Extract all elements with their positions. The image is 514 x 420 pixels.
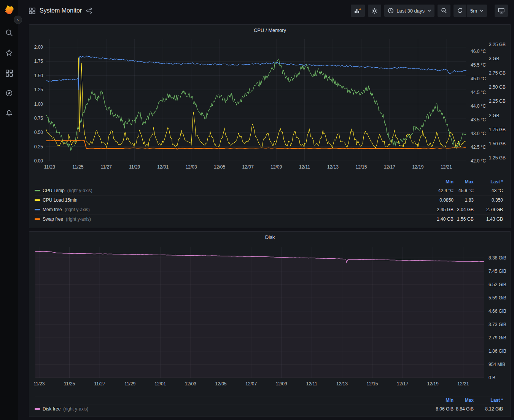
monitor-icon	[498, 8, 504, 14]
sidebar-item-alerting[interactable]	[5, 109, 13, 118]
y-axis-tick-label: 42.5 °C	[471, 145, 486, 150]
time-range-picker[interactable]: Last 30 days	[384, 5, 434, 17]
sidebar-item-explore[interactable]	[5, 89, 13, 97]
dashboard-title-group: System Monitor	[29, 7, 92, 14]
legend-row-mem-free: Mem free (right y-axis) 2.45 GB 3.04 GB …	[35, 205, 503, 214]
x-axis-tick-label: 12/03	[186, 164, 197, 170]
legend-series-toggle[interactable]: Swap free (right y-axis)	[35, 216, 431, 222]
main-area: System Monitor Last 30 days	[18, 0, 514, 420]
bell-icon	[5, 110, 13, 117]
sidebar-item-search[interactable]	[5, 29, 13, 37]
cycle-view-mode-button[interactable]	[495, 5, 508, 17]
page-title[interactable]: System Monitor	[40, 7, 82, 14]
legend-min-value: 8.06 GiB	[431, 406, 454, 412]
y-axis-tick-label: 4.66 GiB	[489, 309, 506, 314]
star-icon	[5, 49, 13, 57]
y-axis-tick-label: 1.75 GB	[489, 127, 506, 132]
chevron-down-icon	[480, 10, 484, 12]
x-axis-tick-label: 12/11	[299, 164, 310, 170]
disk-free-area	[35, 251, 484, 378]
legend-row-cpu-temp: CPU Temp (right y-axis) 42.4 °C 45.9 °C …	[35, 186, 503, 195]
y-axis-tick-label: 1.50	[34, 73, 43, 78]
legend-col-min[interactable]: Min	[431, 398, 454, 403]
legend-min-value: 1.40 GB	[431, 216, 454, 222]
series-swatch	[35, 408, 40, 410]
sidebar-item-starred[interactable]	[5, 49, 13, 57]
legend-last-value: 1.43 GB	[474, 216, 503, 222]
x-axis-tick-label: 12/13	[327, 164, 339, 170]
disk-chart[interactable]: 0 B954 MiB1.86 GiB2.79 GiB3.73 GiB4.66 G…	[29, 242, 511, 396]
share-icon[interactable]	[86, 8, 92, 14]
legend-col-min[interactable]: Min	[431, 179, 454, 185]
legend-max-value: 1.56 GB	[454, 216, 474, 222]
y-axis-tick-label: 954 MiB	[489, 362, 505, 367]
add-panel-button[interactable]	[351, 5, 365, 17]
sidebar: ›	[0, 0, 18, 420]
x-axis-tick-label: 11/27	[94, 381, 105, 387]
y-axis-tick-label: 0.25	[34, 144, 43, 150]
add-panel-icon	[354, 8, 361, 14]
x-axis-tick-label: 12/19	[427, 381, 439, 387]
y-axis-tick-label: 42.0 °C	[471, 158, 486, 164]
grafana-app: › System Monitor	[0, 0, 514, 420]
x-axis-tick-label: 11/27	[101, 164, 112, 170]
legend-row-swap-free: Swap free (right y-axis) 1.40 GB 1.56 GB…	[35, 214, 503, 224]
legend-last-value: 8.12 GiB	[474, 406, 503, 412]
x-axis-tick-label: 11/29	[129, 164, 140, 170]
y-axis-tick-label: 44.5 °C	[471, 90, 486, 95]
x-axis-tick-label: 12/09	[276, 381, 287, 387]
legend-col-last[interactable]: Last *	[474, 179, 503, 185]
panel-disk: Disk 0 B954 MiB1.86 GiB2.79 GiB3.73 GiB4…	[29, 231, 511, 417]
y-axis-tick-label: 3.73 GiB	[489, 322, 506, 327]
dashboard-settings-button[interactable]	[368, 5, 381, 17]
series-group	[35, 251, 484, 378]
legend-series-toggle[interactable]: CPU Temp (right y-axis)	[35, 188, 431, 193]
panel-title-cpu-memory[interactable]: CPU / Memory	[29, 25, 511, 35]
y-axis-tick-label: 2.79 GiB	[489, 335, 506, 340]
legend-col-max[interactable]: Max	[454, 179, 474, 185]
grafana-logo[interactable]	[3, 4, 15, 16]
legend-header-row: Min Max Last *	[35, 178, 503, 186]
x-axis-tick-label: 12/17	[384, 164, 395, 170]
refresh-icon	[457, 8, 463, 14]
x-axis-tick-label: 11/23	[33, 381, 45, 387]
x-axis-tick-label: 12/03	[185, 381, 196, 387]
legend-series-toggle[interactable]: CPU Load 15min	[35, 197, 431, 203]
clock-icon	[388, 8, 394, 14]
y-axis-tick-label: 1.75	[34, 59, 43, 64]
cpu-memory-chart[interactable]: 0.000.250.500.751.001.251.501.752.0042.0…	[29, 35, 511, 178]
legend-last-value: 0.350	[474, 197, 503, 203]
y-axis-tick-label: 2.50 GB	[489, 84, 506, 90]
legend-col-max[interactable]: Max	[454, 398, 474, 403]
y-axis-tick-label: 2.75 GB	[489, 70, 506, 76]
y-axis-tick-label: 1.86 GiB	[489, 348, 506, 354]
y-axis-tick-label: 0.00	[34, 158, 43, 164]
refresh-interval-dropdown[interactable]: 5m	[467, 5, 487, 17]
dashboard-grid-icon	[29, 8, 35, 14]
legend-disk: Min Max Last * Disk free (right y-axis) …	[29, 396, 511, 415]
series-swatch	[35, 209, 40, 210]
y-axis-tick-label: 5.59 GiB	[489, 295, 506, 301]
legend-min-value: 42.4 °C	[431, 188, 454, 193]
gear-icon	[371, 8, 378, 14]
sidebar-item-dashboards[interactable]	[5, 69, 13, 77]
y-axis-tick-label: 1.25	[34, 87, 43, 92]
refresh-picker: 5m	[454, 5, 487, 17]
series-swatch	[35, 190, 40, 191]
sidebar-expand-button[interactable]: ›	[14, 16, 22, 24]
x-axis-tick-label: 12/09	[271, 164, 282, 170]
panel-title-disk[interactable]: Disk	[29, 232, 511, 242]
x-axis-tick-label: 12/17	[397, 381, 408, 387]
sidebar-icon-stack	[5, 29, 13, 118]
legend-series-toggle[interactable]: Disk free (right y-axis)	[35, 406, 431, 412]
x-axis-tick-label: 12/19	[412, 164, 423, 170]
refresh-button[interactable]	[454, 5, 466, 17]
compass-icon	[5, 89, 13, 97]
legend-col-last[interactable]: Last *	[474, 398, 503, 403]
time-range-label: Last 30 days	[396, 8, 425, 14]
zoom-out-time-button[interactable]	[438, 5, 450, 17]
x-axis-tick-label: 12/05	[215, 381, 226, 387]
legend-series-toggle[interactable]: Mem free (right y-axis)	[35, 207, 431, 212]
x-axis-tick-label: 12/13	[336, 381, 348, 387]
x-axis-tick-label: 12/01	[157, 164, 169, 170]
